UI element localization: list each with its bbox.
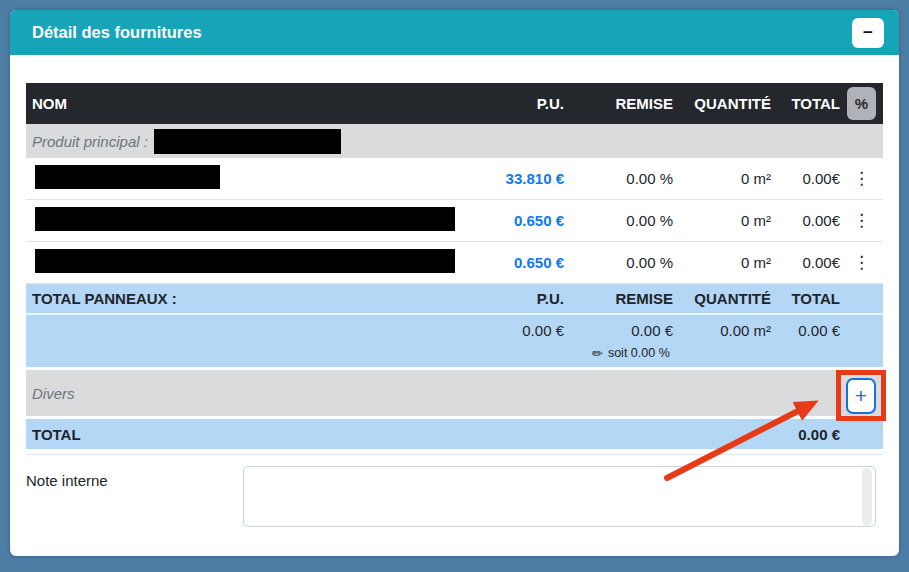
note-interne-wrapper bbox=[243, 466, 876, 531]
cell-total: 0.00€ bbox=[771, 170, 840, 187]
totals-pu-value: 0.00 € bbox=[464, 322, 564, 339]
note-interne-textarea[interactable] bbox=[243, 466, 876, 527]
table-row: 0.650 € 0.00 % 0 m² 0.00€ ⋮ bbox=[26, 200, 883, 242]
total-panneaux-values-row: 0.00 € 0.00 € 0.00 m² 0.00 € bbox=[26, 315, 883, 346]
totals-quantite-value: 0.00 m² bbox=[673, 322, 771, 339]
detail-fournitures-panel: Détail des fournitures − NOM P.U. REMISE… bbox=[10, 10, 899, 556]
note-interne-form-row: Note interne bbox=[26, 466, 883, 531]
redacted-product-name bbox=[154, 129, 341, 154]
group-row-produit-principal: Produit principal : bbox=[26, 124, 883, 158]
totals-col-quantite: QUANTITÉ bbox=[673, 290, 771, 307]
group-label: Produit principal : bbox=[32, 133, 148, 150]
row-menu-icon[interactable]: ⋮ bbox=[853, 253, 870, 272]
cell-pu: 0.650 € bbox=[464, 254, 564, 271]
total-panneaux-label: TOTAL PANNEAUX : bbox=[26, 290, 464, 307]
cell-quantite: 0 m² bbox=[673, 212, 771, 229]
cell-remise: 0.00 % bbox=[564, 170, 673, 187]
cell-pu: 0.650 € bbox=[464, 212, 564, 229]
redacted-item-name bbox=[35, 207, 455, 231]
table-row: 0.650 € 0.00 % 0 m² 0.00€ ⋮ bbox=[26, 242, 883, 284]
divers-label: Divers bbox=[32, 385, 75, 402]
col-header-pu: P.U. bbox=[464, 95, 564, 112]
grand-total-label: TOTAL bbox=[26, 426, 464, 443]
annotation-highlight-rect: + bbox=[836, 370, 886, 421]
cell-total: 0.00€ bbox=[771, 212, 840, 229]
totals-col-pu: P.U. bbox=[464, 290, 564, 307]
divers-row: Divers + bbox=[26, 370, 883, 416]
add-divers-button[interactable]: + bbox=[846, 378, 876, 414]
cell-pu: 33.810 € bbox=[464, 170, 564, 187]
panel-title: Détail des fournitures bbox=[32, 23, 202, 42]
cell-remise: 0.00 % bbox=[564, 212, 673, 229]
total-panneaux-section: TOTAL PANNEAUX : P.U. REMISE QUANTITÉ TO… bbox=[26, 284, 883, 367]
cell-remise: 0.00 % bbox=[564, 254, 673, 271]
fournitures-table: NOM P.U. REMISE QUANTITÉ TOTAL % Produit… bbox=[26, 83, 883, 455]
cell-quantite: 0 m² bbox=[673, 170, 771, 187]
cell-total: 0.00€ bbox=[771, 254, 840, 271]
col-header-remise: REMISE bbox=[564, 95, 673, 112]
remise-note-text: soit 0.00 % bbox=[608, 346, 670, 360]
redacted-item-name bbox=[35, 165, 220, 189]
col-header-nom: NOM bbox=[26, 95, 464, 112]
totals-remise-value: 0.00 € bbox=[564, 322, 673, 339]
percent-icon[interactable]: % bbox=[847, 87, 876, 120]
note-interne-label: Note interne bbox=[26, 466, 243, 531]
grand-total-row: TOTAL 0.00 € bbox=[26, 419, 883, 449]
panel-header: Détail des fournitures − bbox=[10, 10, 899, 55]
col-header-quantite: QUANTITÉ bbox=[673, 95, 771, 112]
grand-total-value: 0.00 € bbox=[771, 426, 840, 443]
table-row: 33.810 € 0.00 % 0 m² 0.00€ ⋮ bbox=[26, 158, 883, 200]
table-header-row: NOM P.U. REMISE QUANTITÉ TOTAL % bbox=[26, 83, 883, 124]
row-menu-icon[interactable]: ⋮ bbox=[853, 169, 870, 188]
remise-note-row: ✏ soit 0.00 % bbox=[26, 346, 883, 367]
totals-col-remise: REMISE bbox=[564, 290, 673, 307]
cell-quantite: 0 m² bbox=[673, 254, 771, 271]
total-panneaux-header-row: TOTAL PANNEAUX : P.U. REMISE QUANTITÉ TO… bbox=[26, 284, 883, 315]
row-menu-icon[interactable]: ⋮ bbox=[853, 211, 870, 230]
redacted-item-name bbox=[35, 249, 455, 273]
totals-total-value: 0.00 € bbox=[771, 322, 840, 339]
edit-pencil-icon[interactable]: ✏ bbox=[592, 346, 603, 361]
panel-body: NOM P.U. REMISE QUANTITÉ TOTAL % Produit… bbox=[10, 55, 899, 531]
col-header-total: TOTAL bbox=[771, 95, 840, 112]
collapse-button[interactable]: − bbox=[852, 18, 884, 48]
totals-col-total: TOTAL bbox=[771, 290, 840, 307]
